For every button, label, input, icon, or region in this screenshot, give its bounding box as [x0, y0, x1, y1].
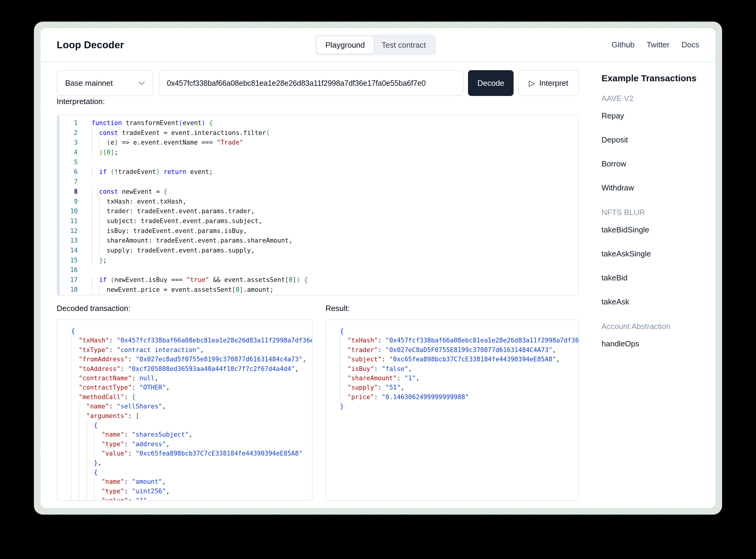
result-json-line: "price": "0.1463062499999999988" — [340, 393, 578, 402]
sidebar-item-borrow[interactable]: Borrow — [601, 159, 705, 168]
line-number: 5 — [57, 157, 78, 167]
interpret-button-label: Interpret — [539, 79, 568, 88]
decoded-json-line: "type": "uint256", — [71, 487, 312, 496]
code-line: 13 shareAmount: tradeEvent.event.params.… — [57, 236, 578, 246]
decoded-transaction-panel[interactable]: { "txHash": "0x457fcf338baf66a08ebc81ea1… — [57, 319, 313, 501]
sidebar-item-repay[interactable]: Repay — [601, 111, 705, 120]
indent-guide — [79, 430, 79, 439]
indent-guide — [91, 236, 92, 246]
indent-guide — [86, 487, 87, 496]
indent-guide — [71, 458, 72, 468]
indent-guide — [91, 255, 92, 265]
header-link-docs[interactable]: Docs — [682, 40, 699, 49]
indent-guide — [71, 364, 72, 374]
chevron-down-icon — [138, 81, 145, 85]
indent-guide — [79, 449, 79, 458]
indent-guide — [99, 236, 99, 246]
app-header: Loop Decoder PlaygroundTest contract Git… — [41, 28, 715, 62]
sidebar-item-takebid[interactable]: takeBid — [601, 273, 705, 282]
sidebar-item-handleops[interactable]: handleOps — [601, 339, 705, 348]
result-json-line: { — [340, 327, 578, 336]
indent-guide — [91, 167, 92, 177]
indent-guide — [79, 468, 79, 477]
network-select[interactable]: Base mainnet — [57, 70, 153, 96]
indent-guide — [71, 355, 72, 364]
tab-playground[interactable]: Playground — [317, 36, 373, 53]
indent-guide — [71, 487, 72, 496]
decoded-json-line: }, — [71, 458, 312, 468]
indent-guide — [99, 138, 99, 148]
code-line: 2 const tradeEvent = event.interactions.… — [57, 128, 578, 138]
indent-guide — [79, 487, 79, 496]
code-line: 8 const newEvent = { — [57, 187, 578, 197]
code-line: 15 }; — [57, 255, 578, 265]
tx-hash-input[interactable] — [159, 70, 464, 96]
indent-guide — [99, 246, 99, 255]
decoded-json-line: "methodCall": { — [71, 393, 312, 402]
indent-guide — [340, 364, 340, 374]
interpret-button[interactable]: ▷ Interpret — [518, 70, 579, 96]
header-link-twitter[interactable]: Twitter — [646, 40, 670, 49]
sidebar-item-takebidsingle[interactable]: takeBidSingle — [601, 225, 705, 234]
code-editor[interactable]: 1function transformEvent(event) {2 const… — [57, 115, 579, 295]
indent-guide — [71, 345, 72, 355]
indent-guide — [91, 246, 92, 255]
indent-guide — [91, 216, 92, 226]
indent-guide — [79, 411, 79, 421]
line-number: 2 — [57, 128, 78, 138]
play-icon: ▷ — [529, 79, 535, 87]
indent-guide — [91, 275, 92, 285]
header-link-github[interactable]: Github — [612, 40, 635, 49]
sidebar-item-takeasksingle[interactable]: takeAskSingle — [601, 249, 705, 258]
tab-test-contract[interactable]: Test contract — [373, 36, 434, 53]
code-line: 16 — [57, 265, 578, 275]
example-transactions-sidebar: Example Transactions AAVE V2RepayDeposit… — [601, 73, 705, 348]
code-line: 7 — [57, 177, 578, 187]
code-line: 6 if (!tradeEvent) return event; — [57, 167, 578, 177]
view-tabs: PlaygroundTest contract — [315, 35, 436, 55]
line-number: 19 — [57, 294, 78, 295]
code-line: 19 } — [57, 294, 578, 295]
decoded-json-line: "type": "address", — [71, 440, 312, 449]
sidebar-item-deposit[interactable]: Deposit — [601, 135, 705, 144]
result-json-line: "isBuy": "false", — [340, 364, 578, 374]
indent-guide — [79, 477, 79, 487]
line-number: 8 — [57, 187, 78, 197]
indent-guide — [99, 285, 99, 295]
decoded-json-line: "arguments": [ — [71, 411, 312, 421]
code-line: 12 isBuy: tradeEvent.event.params.isBuy, — [57, 226, 578, 236]
indent-guide — [71, 411, 72, 421]
sidebar-item-takeask[interactable]: takeAsk — [601, 297, 705, 306]
line-number: 14 — [57, 246, 78, 255]
indent-guide — [86, 458, 87, 468]
app-frame: Loop Decoder PlaygroundTest contract Git… — [34, 22, 722, 515]
indent-guide — [71, 468, 72, 477]
indent-guide — [86, 440, 87, 449]
decoded-json-line: "name": "amount", — [71, 477, 312, 487]
result-panel[interactable]: { "txHash": "0x457fcf338baf66a08ebc81ea1… — [326, 319, 579, 501]
decoded-json-line: { — [71, 421, 312, 430]
result-json-line: "supply": "51", — [340, 383, 578, 392]
interpretation-label: Interpretation: — [57, 97, 105, 106]
line-number: 6 — [57, 167, 78, 177]
line-number: 12 — [57, 226, 78, 236]
code-line: 1function transformEvent(event) { — [57, 118, 578, 128]
decode-button[interactable]: Decode — [468, 70, 514, 96]
decoded-transaction-label: Decoded transaction: — [57, 304, 131, 313]
sidebar-item-withdraw[interactable]: Withdraw — [601, 183, 705, 192]
indent-guide — [91, 128, 92, 138]
indent-guide — [79, 496, 79, 501]
app-title: Loop Decoder — [57, 39, 124, 51]
indent-guide — [99, 206, 99, 216]
line-number: 15 — [57, 255, 78, 265]
main-content: Base mainnet Decode ▷ Interpret Interpre… — [41, 62, 715, 508]
indent-guide — [79, 421, 79, 430]
indent-guide — [79, 402, 79, 411]
decoded-json-line: "name": "sellShares", — [71, 402, 312, 411]
line-number: 18 — [57, 285, 78, 295]
indent-guide — [340, 345, 340, 355]
line-number: 17 — [57, 275, 78, 285]
code-line: 3 (e) => e.event.eventName === "Trade" — [57, 138, 578, 148]
result-json-line: "trader": "0x027eC8aD5F0755E8199c370877d… — [340, 345, 578, 355]
network-select-value: Base mainnet — [65, 79, 113, 88]
